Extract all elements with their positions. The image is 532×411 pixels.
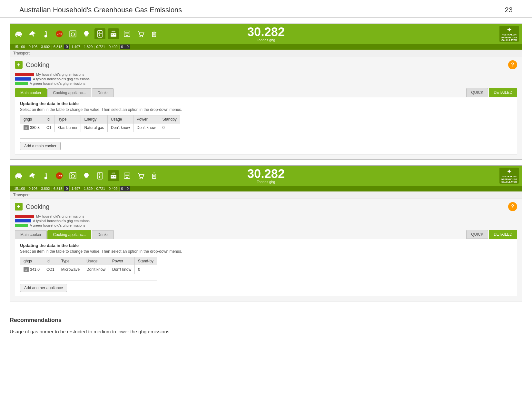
hot-icon-2[interactable]: HOT	[54, 170, 65, 181]
legend-label-mine-1: My household's ghg emissions	[36, 73, 84, 76]
cart-icon[interactable]	[135, 28, 146, 39]
detailed-button-2[interactable]: DETAILED	[489, 230, 517, 239]
detailed-button-1[interactable]: DETAILED	[489, 88, 517, 97]
tab-drinks-2[interactable]: Drinks	[92, 230, 114, 239]
remove-row-button-2[interactable]: x	[24, 267, 29, 272]
stat-5: 1.497	[70, 45, 82, 49]
legend-bar-green-1	[15, 82, 28, 85]
svg-point-19	[114, 34, 116, 35]
toolbar-number: 30.282	[247, 26, 285, 38]
quick-button-2[interactable]: QUICK	[466, 230, 488, 239]
fridge-icon-2[interactable]	[94, 170, 105, 181]
hot-icon[interactable]: HOT	[54, 28, 65, 39]
cell-id-1: C1	[43, 123, 55, 132]
col-power-1: Power	[133, 115, 159, 123]
cart-icon-2[interactable]	[135, 170, 146, 181]
tab-cooking-appliances-2[interactable]: Cooking applianc...	[47, 230, 91, 239]
svg-point-41	[71, 175, 75, 178]
help-button-1[interactable]: ?	[508, 60, 517, 69]
transport-label-2: Transport	[10, 191, 522, 199]
trash-icon-2[interactable]	[149, 170, 160, 181]
svg-point-10	[71, 33, 75, 36]
col-power-2: Power	[109, 257, 135, 265]
svg-point-56	[142, 178, 143, 179]
car-icon-2[interactable]	[13, 170, 24, 181]
cooking-title-1: Cooking	[26, 61, 49, 69]
stats-bar-1: 15.100 0.106 3.802 6.818 0 1.497 1.829 0…	[10, 44, 522, 50]
cell-id-2: CO1	[43, 265, 58, 274]
thermometer-icon[interactable]	[40, 28, 51, 39]
car-icon[interactable]	[13, 28, 24, 39]
svg-rect-37	[45, 173, 46, 177]
cell-standby-1: 0	[159, 123, 180, 132]
svg-rect-43	[85, 177, 88, 178]
legend-item-3: A green household's ghg emissions	[15, 82, 517, 85]
table-row[interactable]: x 341.0 CO1 Microwave Don't know Don't k…	[20, 265, 157, 274]
expand-cooking-button-1[interactable]: +	[15, 61, 23, 69]
col-id-2: Id	[43, 257, 58, 265]
stat-2: 3.802	[39, 45, 52, 49]
svg-point-18	[112, 34, 113, 35]
help-button-2[interactable]: ?	[508, 202, 517, 211]
toolbar-2: HOT 30.282	[10, 166, 522, 186]
svg-point-32	[16, 177, 17, 179]
legend-bar-mine-1	[15, 73, 34, 76]
trash-icon[interactable]	[149, 28, 160, 39]
svg-point-24	[140, 36, 141, 37]
bottom-section: Recommendations Usage of gas burner to b…	[0, 307, 532, 342]
page-title: Australian Household's Greenhouse Gas Em…	[19, 6, 182, 14]
page-number: 23	[505, 6, 513, 14]
col-usage-2: Usage	[83, 257, 109, 265]
fridge-icon[interactable]	[94, 28, 105, 39]
legend-label-green-1: A green household's ghg emissions	[30, 82, 85, 85]
cooker-icon-2[interactable]	[108, 170, 119, 181]
recommendations-title: Recommendations	[10, 317, 522, 324]
washing-machine-icon-2[interactable]	[67, 170, 78, 181]
washing-machine-icon[interactable]	[67, 28, 78, 39]
quick-button-1[interactable]: QUICK	[466, 88, 488, 97]
add-another-appliance-button[interactable]: Add another appliance	[20, 284, 67, 292]
cooking-header-1: + Cooking ?	[15, 60, 517, 69]
svg-rect-17	[111, 33, 116, 37]
col-energy-1: Energy	[81, 115, 107, 123]
svg-rect-12	[85, 35, 88, 36]
stat-3: 6.818	[52, 45, 64, 49]
tab-cooking-appliances-1[interactable]: Cooking applianc...	[47, 88, 91, 97]
svg-point-49	[112, 176, 113, 177]
svg-point-50	[114, 176, 116, 177]
remove-row-button-1[interactable]: x	[24, 125, 29, 130]
cell-usage-1: Don't know	[107, 123, 133, 132]
lightbulb-icon-2[interactable]	[81, 170, 92, 181]
svg-rect-57	[153, 174, 156, 179]
svg-point-5	[44, 35, 47, 38]
svg-text:HOT: HOT	[57, 33, 62, 36]
legend-bar-typical-1	[15, 77, 31, 81]
svg-marker-3	[16, 32, 22, 33]
expand-cooking-button-2[interactable]: +	[15, 203, 23, 210]
tab-main-cooker-2[interactable]: Main cooker	[15, 230, 47, 239]
filter-icon[interactable]	[122, 28, 133, 39]
filter-icon-2[interactable]	[122, 170, 133, 181]
plane-icon[interactable]	[27, 28, 38, 39]
col-id-1: Id	[43, 115, 55, 123]
plane-icon-2[interactable]	[27, 170, 38, 181]
svg-point-55	[140, 178, 141, 179]
cooker-icon[interactable]	[108, 28, 119, 39]
cell-energy-1: Natural gas	[81, 123, 107, 132]
lightbulb-icon[interactable]	[81, 28, 92, 39]
svg-rect-42	[71, 173, 72, 174]
col-type-2: Type	[58, 257, 83, 265]
svg-rect-13	[98, 31, 102, 37]
tab-main-cooker-1[interactable]: Main cooker	[15, 88, 47, 97]
thermometer-icon-2[interactable]	[40, 170, 51, 181]
empty-row-2	[20, 274, 157, 280]
cell-usage-2: Don't know	[83, 265, 109, 274]
tab-drinks-1[interactable]: Drinks	[92, 88, 114, 97]
svg-point-2	[20, 35, 22, 37]
add-main-cooker-button[interactable]: Add a main cooker	[20, 142, 61, 150]
app-screenshot-1: HOT	[10, 24, 522, 160]
instruction-text-1: Select an item in the table to change th…	[20, 107, 512, 112]
svg-rect-11	[71, 32, 72, 32]
table-row[interactable]: x 380.3 C1 Gas burner Natural gas Don't …	[20, 123, 180, 132]
cell-standby-2: 0	[135, 265, 157, 274]
